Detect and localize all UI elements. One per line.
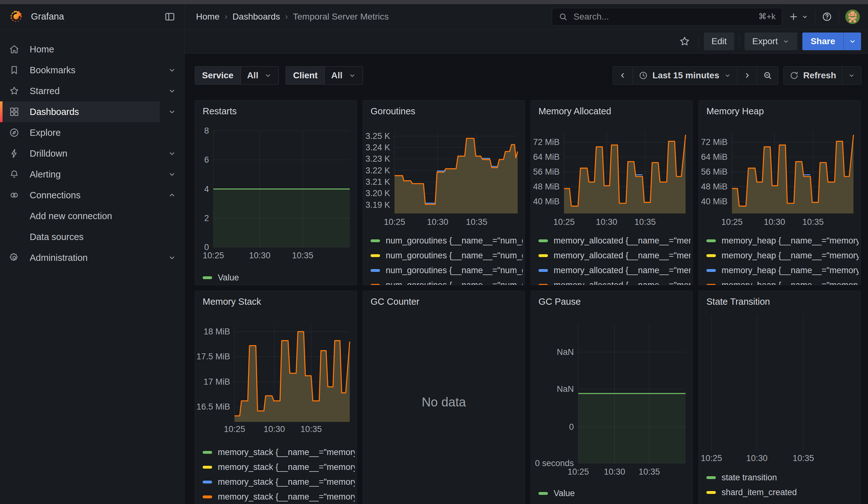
refresh-button[interactable]: Refresh	[783, 66, 842, 85]
legend-item[interactable]: memory_allocated {__name__="memo	[538, 278, 691, 285]
brand-title: Grafana	[31, 11, 164, 22]
svg-text:3.21 K: 3.21 K	[365, 177, 390, 187]
sidebar-link[interactable]: Alerting	[0, 164, 160, 185]
star-icon	[9, 85, 20, 96]
legend-item[interactable]: memory_allocated {__name__="memo	[538, 263, 691, 278]
refresh-icon	[789, 71, 799, 80]
refresh-interval-button[interactable]	[842, 66, 861, 85]
search-input[interactable]	[573, 11, 753, 22]
svg-text:64 MiB: 64 MiB	[701, 152, 727, 162]
legend-series-label: memory_stack {__name__="memory_s	[218, 492, 355, 502]
sidebar-link[interactable]: Bookmarks	[0, 60, 160, 81]
svg-text:10:25: 10:25	[721, 217, 743, 227]
legend-item[interactable]: memory_allocated {__name__="memo	[538, 248, 691, 263]
legend-item[interactable]: memory_allocated {__name__="memo	[538, 233, 691, 248]
legend-item[interactable]: Value	[203, 270, 355, 285]
svg-text:NaN: NaN	[557, 347, 574, 357]
zoom-out-button[interactable]	[757, 66, 778, 85]
time-range-picker[interactable]: Last 15 minutes	[633, 66, 737, 85]
legend-item[interactable]: memory_heap {__name__="memory_h	[706, 233, 859, 248]
sidebar-link[interactable]: Add new connection	[0, 206, 160, 226]
legend-item[interactable]: memory_heap {__name__="memory_h	[706, 248, 859, 263]
sidebar-item-label: Bookmarks	[30, 65, 75, 75]
sidebar-link[interactable]: Data sources	[0, 226, 160, 247]
help-icon[interactable]	[822, 11, 832, 22]
legend-item[interactable]: Value	[538, 486, 691, 501]
legend-item[interactable]: num_goroutines {__name__="num_go	[371, 233, 523, 248]
sidebar-link[interactable]: Administration	[0, 247, 160, 268]
sidebar-link[interactable]: Drilldown	[0, 143, 160, 164]
chevron-down-icon[interactable]	[160, 81, 184, 101]
legend-item[interactable]: num_goroutines {__name__="num_go	[371, 278, 523, 285]
legend-item[interactable]: memory_stack {__name__="memory_s	[203, 445, 355, 460]
dock-sidebar-icon[interactable]	[164, 11, 175, 22]
chevron-down-icon[interactable]	[160, 101, 184, 122]
svg-text:56 MiB: 56 MiB	[533, 167, 560, 176]
legend-series-color	[538, 492, 548, 495]
svg-text:6: 6	[204, 155, 209, 165]
legend-item[interactable]: memory_stack {__name__="memory_s	[203, 490, 355, 504]
app-header: Grafana Home › Dashboards › Temporal Ser…	[0, 4, 868, 29]
share-button[interactable]: Share	[802, 32, 844, 50]
legend-item[interactable]: memory_heap {__name__="memory_h	[706, 278, 859, 285]
grafana-logo[interactable]	[9, 10, 23, 24]
legend-series-label: memory_heap {__name__="memory_h	[722, 266, 859, 275]
time-shift-forward-button[interactable]	[737, 66, 757, 85]
search-box[interactable]: ⌘+k	[552, 8, 782, 25]
favorite-star-icon[interactable]	[676, 36, 693, 47]
sidebar: HomeBookmarksStarredDashboardsExploreDri…	[0, 29, 185, 504]
legend-item[interactable]: memory_heap {__name__="memory_h	[706, 263, 859, 278]
sidebar-item-label: Dashboards	[30, 107, 79, 117]
sidebar-link[interactable]: Starred	[0, 81, 160, 101]
avatar[interactable]	[845, 10, 860, 24]
share-menu-button[interactable]	[844, 32, 861, 50]
legend-series-label: memory_heap {__name__="memory_h	[722, 280, 859, 285]
sidebar-link[interactable]: Explore	[0, 122, 160, 143]
chevron-down-icon[interactable]	[160, 143, 184, 164]
legend-series-label: num_goroutines {__name__="num_go	[386, 280, 523, 285]
variable-service-select[interactable]: All	[241, 66, 279, 85]
breadcrumb-separator: ›	[225, 12, 228, 21]
chevron-down-icon[interactable]	[160, 60, 184, 81]
chevron-down-icon[interactable]	[160, 247, 184, 268]
breadcrumb-home[interactable]: Home	[196, 12, 220, 22]
sidebar-link[interactable]: Dashboards	[0, 101, 160, 122]
sidebar-link[interactable]: Connections	[0, 185, 160, 206]
legend-series-label: state transition	[722, 473, 777, 483]
sidebar-item-label: Drilldown	[30, 148, 67, 159]
sidebar-item-starred: Starred	[0, 81, 184, 101]
svg-text:10:25: 10:25	[568, 467, 589, 476]
legend-series-color	[706, 254, 716, 257]
panel-gc_counter: GC CounterNo data	[363, 290, 525, 504]
time-range-label: Last 15 minutes	[652, 70, 719, 81]
panel-title[interactable]: GC Counter	[371, 297, 420, 307]
zoom-out-icon	[763, 71, 772, 80]
legend-item[interactable]: num_goroutines {__name__="num_go	[371, 248, 523, 263]
legend-item[interactable]: memory_stack {__name__="memory_s	[203, 460, 355, 475]
legend-item[interactable]: memory_stack {__name__="memory_s	[203, 475, 355, 490]
legend-item[interactable]: shard_item_created	[706, 485, 859, 500]
breadcrumb-dashboards[interactable]: Dashboards	[232, 12, 280, 22]
chevron-up-icon[interactable]	[160, 185, 184, 206]
edit-button[interactable]: Edit	[704, 32, 734, 50]
gear-icon	[9, 252, 20, 263]
svg-text:10:35: 10:35	[639, 467, 660, 476]
legend-series-color	[371, 254, 380, 257]
legend-item[interactable]: state transition	[706, 470, 859, 485]
svg-text:10:35: 10:35	[793, 453, 814, 463]
new-menu-button[interactable]	[788, 12, 809, 22]
legend-item[interactable]: num_goroutines {__name__="num_go	[371, 263, 523, 278]
sidebar-link[interactable]: Home	[0, 39, 160, 60]
svg-text:10:25: 10:25	[203, 251, 224, 260]
sidebar-item-data-sources: Data sources	[0, 226, 184, 247]
legend-series-label: memory_allocated {__name__="memo	[554, 280, 691, 285]
top-nav: Home › Dashboards › Temporal Server Metr…	[185, 4, 868, 29]
export-button[interactable]: Export	[745, 32, 797, 50]
chevron-down-icon[interactable]	[160, 164, 184, 185]
variable-client-select[interactable]: All	[325, 66, 363, 85]
search-icon	[558, 12, 568, 21]
variable-label: Client	[286, 66, 325, 85]
dashboard-toolbar: Edit Export Share	[185, 29, 868, 54]
legend: num_goroutines {__name__="num_gonum_goro…	[371, 233, 523, 285]
time-shift-back-button[interactable]	[613, 66, 633, 85]
